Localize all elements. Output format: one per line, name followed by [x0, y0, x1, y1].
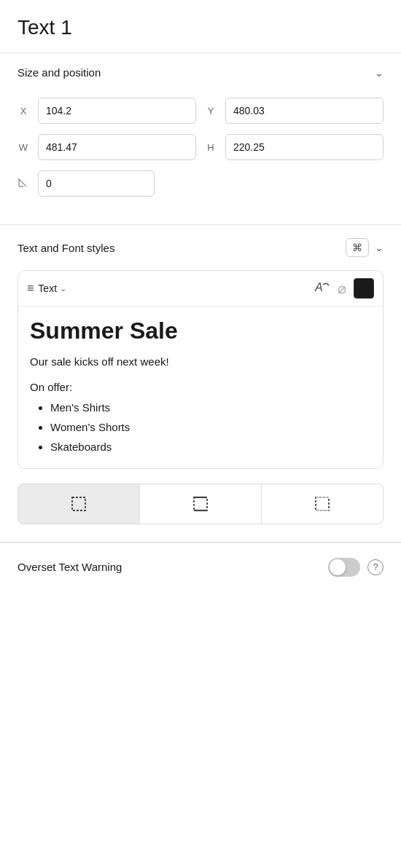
frame-type-auto-height-button[interactable]: [140, 484, 262, 524]
svg-text:A: A: [314, 281, 323, 293]
font-aa-icon[interactable]: A: [314, 279, 330, 299]
overset-controls: ?: [328, 558, 384, 577]
text-editor-card: ≡ Text ⌄ A ⌀: [17, 270, 384, 469]
text-body: Our sale kicks off next week!: [30, 354, 371, 371]
toolbar-right: A ⌀: [314, 278, 374, 299]
x-input[interactable]: [38, 98, 196, 124]
chevron-down-icon-2: ⌄: [375, 242, 384, 253]
text-content-area: Summer Sale Our sale kicks off next week…: [18, 307, 383, 468]
wh-field-row: W H: [17, 134, 384, 160]
toggle-knob: [330, 559, 346, 575]
size-and-position-section: Size and position ⌄ X Y W H: [0, 53, 401, 225]
help-icon[interactable]: ?: [367, 559, 384, 575]
list-item: Women's Shorts: [50, 417, 371, 437]
h-input[interactable]: [225, 134, 384, 160]
page-container: Text 1 Size and position ⌄ X Y W H: [0, 0, 401, 591]
xy-field-row: X Y: [17, 98, 384, 124]
text-editor-toolbar: ≡ Text ⌄ A ⌀: [18, 271, 383, 307]
dropdown-arrow-icon: ⌄: [60, 284, 66, 293]
size-position-header[interactable]: Size and position ⌄: [0, 53, 401, 92]
x-label: X: [17, 106, 29, 117]
w-input[interactable]: [38, 134, 196, 160]
color-swatch[interactable]: [354, 278, 374, 299]
text-font-title: Text and Font styles: [17, 242, 114, 254]
text-font-header[interactable]: Text and Font styles ⌘ ⌄: [0, 225, 401, 270]
text-style-dropdown[interactable]: Text ⌄: [38, 283, 66, 294]
size-position-title: Size and position: [17, 66, 101, 79]
angle-icon: [17, 176, 29, 191]
svg-rect-1: [72, 497, 85, 510]
font-section-icons: ⌘ ⌄: [346, 238, 384, 257]
overset-label: Overset Text Warning: [17, 561, 122, 573]
toolbar-left: ≡ Text ⌄: [27, 282, 308, 295]
no-style-icon[interactable]: ⌀: [338, 280, 346, 297]
frame-type-auto-size-button[interactable]: [262, 484, 384, 524]
overset-section: Overset Text Warning ?: [0, 542, 401, 591]
header-section: Text 1: [0, 0, 401, 53]
text-list-header: On offer:: [30, 381, 371, 393]
overset-toggle[interactable]: [328, 558, 360, 577]
text-list: Men's Shirts Women's Shorts Skateboards: [30, 398, 371, 457]
y-input[interactable]: [225, 98, 384, 124]
y-label: Y: [205, 106, 217, 117]
svg-rect-5: [316, 497, 329, 510]
frame-type-fixed-button[interactable]: [17, 484, 140, 524]
frame-type-section: [0, 484, 401, 542]
h-label: H: [205, 142, 217, 153]
text-align-icon[interactable]: ≡: [27, 282, 34, 295]
angle-input[interactable]: [38, 170, 155, 197]
svg-rect-2: [194, 497, 207, 510]
page-title: Text 1: [17, 16, 384, 39]
size-position-content: X Y W H: [0, 92, 401, 224]
chevron-down-icon: ⌄: [375, 67, 384, 79]
angle-field-row: [17, 170, 384, 197]
text-font-section: Text and Font styles ⌘ ⌄ ≡ Text ⌄: [0, 225, 401, 542]
text-headline: Summer Sale: [30, 318, 371, 344]
text-style-label: Text: [38, 283, 57, 294]
list-item: Skateboards: [50, 437, 371, 457]
list-item: Men's Shirts: [50, 398, 371, 417]
cmd-badge: ⌘: [346, 238, 369, 257]
w-label: W: [17, 142, 29, 153]
